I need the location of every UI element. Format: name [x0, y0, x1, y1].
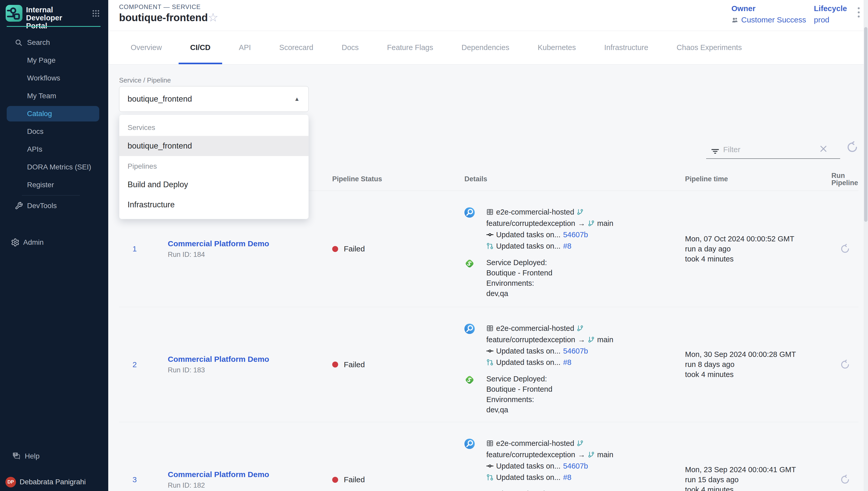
- pr-message: Updated tasks on...: [496, 473, 561, 482]
- sidebar-item-my-team[interactable]: My Team: [0, 87, 108, 105]
- repo-name[interactable]: e2e-commercial-hosted: [496, 439, 574, 448]
- sidebar-item-admin[interactable]: Admin: [0, 233, 108, 251]
- commit-sha-link[interactable]: 54607b: [563, 231, 588, 239]
- status-label: Failed: [344, 475, 365, 484]
- tab-docs[interactable]: Docs: [328, 31, 373, 64]
- tab-api[interactable]: API: [225, 31, 265, 64]
- sidebar-item-label: Docs: [27, 127, 43, 136]
- sidebar-item-label: Admin: [23, 238, 43, 247]
- row-index: 3: [119, 475, 168, 484]
- status-cell: Failed: [332, 360, 464, 369]
- tab-dependencies[interactable]: Dependencies: [447, 31, 523, 64]
- failed-status-dot: [332, 477, 338, 483]
- clear-filter-icon[interactable]: [819, 144, 828, 153]
- pr-number-link[interactable]: #8: [563, 358, 571, 367]
- sidebar-item-workflows[interactable]: Workflows: [0, 69, 108, 87]
- sidebar-item-help[interactable]: ? Help: [0, 447, 108, 465]
- run-id: Run ID: 184: [168, 251, 332, 259]
- dropdown-option-boutique-frontend[interactable]: boutique_frontend: [119, 136, 309, 156]
- pipeline-name-link[interactable]: Commercial Platform Demo: [168, 355, 332, 364]
- filter-underline: [706, 158, 840, 159]
- filter-funnel-icon: [711, 147, 719, 156]
- run-pipeline-button[interactable]: [831, 244, 859, 254]
- app-logo-icon[interactable]: [6, 5, 23, 22]
- sidebar-nav: Search My Page Workflows My Team Catalog…: [0, 33, 108, 214]
- sidebar-item-my-page[interactable]: My Page: [0, 51, 108, 69]
- user-name: Debabrata Panigrahi: [20, 478, 86, 486]
- status-cell: Failed: [332, 475, 464, 484]
- arrow: →: [578, 336, 585, 344]
- pr-number-link[interactable]: #8: [563, 242, 571, 251]
- repo-name[interactable]: e2e-commercial-hosted: [496, 324, 574, 333]
- pr-number-link[interactable]: #8: [563, 473, 571, 482]
- git-branch-icon: [577, 209, 584, 215]
- dropdown-option-infrastructure[interactable]: Infrastructure: [119, 195, 309, 215]
- sidebar-item-label: Workflows: [27, 74, 60, 82]
- status-label: Failed: [344, 360, 365, 369]
- commit-sha-link[interactable]: 54607b: [563, 462, 588, 470]
- source-branch: feature/corruptedexception: [486, 451, 575, 459]
- sidebar-divider: [22, 195, 80, 196]
- sidebar-item-dora-metrics[interactable]: DORA Metrics (SEI): [0, 158, 108, 176]
- scrollbar-track[interactable]: [864, 0, 868, 491]
- sidebar-item-label: APIs: [27, 145, 42, 153]
- time-date: Mon, 23 Sep 2024 00:00:41 GMT: [685, 465, 831, 475]
- sidebar-logo-area: Internal Developer Portal: [0, 0, 108, 27]
- sidebar-item-label: Register: [27, 181, 54, 189]
- sidebar-item-register[interactable]: Register: [0, 176, 108, 194]
- environments-label: Environments:: [486, 278, 552, 288]
- tab-overview[interactable]: Overview: [117, 31, 176, 64]
- tab-chaos-experiments[interactable]: Chaos Experiments: [662, 31, 756, 64]
- sidebar-item-label: DevTools: [27, 202, 57, 210]
- scrollbar-thumb[interactable]: [864, 27, 867, 222]
- pipeline-name-link[interactable]: Commercial Platform Demo: [168, 239, 332, 248]
- time-ago: run a day ago: [685, 244, 831, 254]
- refresh-icon[interactable]: [846, 141, 858, 153]
- pipeline-name-link[interactable]: Commercial Platform Demo: [168, 470, 332, 479]
- lifecycle-block: Lifecycle prod: [814, 4, 847, 24]
- time-date: Mon, 30 Sep 2024 00:00:28 GMT: [685, 349, 831, 359]
- commit-message: Updated tasks on...: [496, 231, 561, 239]
- git-branch-icon: [577, 440, 584, 446]
- apps-grid-icon[interactable]: [92, 10, 99, 17]
- arrow: →: [578, 219, 585, 228]
- ci-stage-icon: [464, 324, 475, 334]
- entity-tabs: Overview CI/CD API Scorecard Docs Featur…: [108, 31, 868, 64]
- tab-infrastructure[interactable]: Infrastructure: [590, 31, 662, 64]
- repo-icon: [486, 440, 494, 447]
- time-took: took 4 minutes: [685, 485, 831, 491]
- sidebar-item-devtools[interactable]: DevTools: [0, 197, 108, 214]
- owner-block: Owner Customer Success: [732, 4, 806, 24]
- sidebar-item-search[interactable]: Search: [0, 33, 108, 51]
- details-cell: e2e-commercial-hosted feature/corruptede…: [464, 191, 685, 307]
- kebab-menu-icon[interactable]: [857, 7, 860, 19]
- pipeline-logo-glyph: [6, 5, 23, 22]
- cd-stage-icon: [464, 490, 475, 491]
- commit-sha-link[interactable]: 54607b: [563, 347, 588, 355]
- dropdown-option-build-and-deploy[interactable]: Build and Deploy: [119, 175, 309, 195]
- run-pipeline-button[interactable]: [831, 475, 859, 485]
- pipeline-select-value: boutique_frontend: [128, 94, 192, 104]
- filter-input[interactable]: [723, 142, 813, 157]
- sidebar-item-apis[interactable]: APIs: [0, 140, 108, 158]
- sidebar-item-docs[interactable]: Docs: [0, 122, 108, 140]
- tab-scorecard[interactable]: Scorecard: [265, 31, 328, 64]
- repo-name[interactable]: e2e-commercial-hosted: [496, 208, 574, 216]
- sidebar-item-catalog[interactable]: Catalog: [0, 105, 108, 122]
- run-pipeline-button[interactable]: [831, 360, 859, 370]
- tab-feature-flags[interactable]: Feature Flags: [373, 31, 447, 64]
- owner-value-link[interactable]: Customer Success: [741, 16, 806, 24]
- commit-icon: [486, 462, 494, 470]
- lifecycle-label: Lifecycle: [814, 4, 847, 13]
- sidebar-user[interactable]: DP Debabrata Panigrahi: [0, 473, 108, 491]
- favorite-star-icon[interactable]: ☆: [208, 11, 218, 23]
- sidebar-item-label: Search: [27, 38, 50, 47]
- tab-kubernetes[interactable]: Kubernetes: [523, 31, 590, 64]
- ci-stage-icon: [464, 439, 475, 449]
- target-branch: main: [597, 451, 613, 459]
- sidebar-item-label: My Team: [27, 92, 56, 100]
- status-cell: Failed: [332, 244, 464, 253]
- source-branch: feature/corruptedexception: [486, 336, 575, 344]
- tab-cicd[interactable]: CI/CD: [176, 31, 225, 64]
- pipeline-select[interactable]: boutique_frontend ▲: [119, 86, 309, 112]
